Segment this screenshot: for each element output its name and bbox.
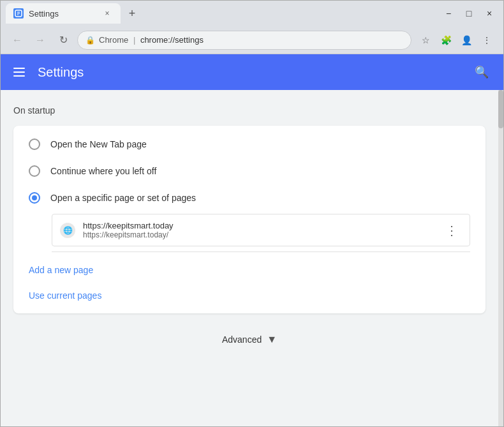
address-separator: | [133,35,135,45]
radio-label-specific: Open a specific page or set of pages [50,193,196,203]
new-tab-button[interactable]: + [123,4,141,22]
address-text: Chrome | chrome://settings [99,35,204,45]
radio-option-specific[interactable]: Open a specific page or set of pages [13,184,485,211]
address-url: chrome://settings [140,35,204,45]
back-button[interactable]: ← [8,31,26,49]
profile-button[interactable]: 👤 [457,31,475,49]
app-header: Settings 🔍 [1,54,503,90]
minimize-button[interactable]: − [440,4,457,22]
header-search-button[interactable]: 🔍 [470,61,493,84]
radio-label-continue: Continue where you left off [50,166,156,176]
settings-header-title: Settings [38,65,84,80]
advanced-section[interactable]: Advanced ▼ [13,334,485,345]
url-more-button[interactable]: ⋮ [443,221,462,239]
tab-close-button[interactable]: × [101,8,113,19]
radio-option-continue[interactable]: Continue where you left off [13,158,485,184]
content-area: PC On startup Open the New Tab page Cont… [1,90,503,426]
scrollbar-thumb[interactable] [498,90,503,128]
advanced-label: Advanced [222,334,262,345]
toolbar-icons: ☆ 🧩 👤 ⋮ [417,31,496,49]
main-content: PC On startup Open the New Tab page Cont… [1,90,503,426]
url-entry: 🌐 https://keepitsmart.today https://keep… [52,214,470,246]
tab-title: Settings [29,9,59,19]
add-new-page-button[interactable]: Add a new page [13,257,485,283]
url-main: https://keepitsmart.today [83,221,435,230]
hamburger-line-3 [13,75,25,77]
radio-option-newtab[interactable]: Open the New Tab page [13,131,485,158]
radio-circle-continue [29,165,40,177]
radio-circle-specific [29,192,40,204]
section-title: On startup [13,105,485,116]
lock-icon: 🔒 [85,36,95,45]
tab-favicon [13,8,24,19]
startup-card: Open the New Tab page Continue where you… [13,126,485,313]
menu-button[interactable]: ⋮ [478,31,496,49]
address-input[interactable]: 🔒 Chrome | chrome://settings [77,31,411,50]
radio-circle-newtab [29,139,40,150]
url-sub: https://keepitsmart.today/ [83,230,435,239]
use-current-pages-button[interactable]: Use current pages [13,283,485,308]
url-divider [52,251,470,252]
extensions-button[interactable]: 🧩 [437,31,455,49]
url-globe-icon: 🌐 [60,223,75,238]
hamburger-line-1 [13,68,25,69]
site-name: Chrome [99,35,128,45]
advanced-arrow-icon: ▼ [267,334,277,345]
hamburger-line-2 [13,71,25,73]
refresh-button[interactable]: ↻ [54,31,72,49]
radio-label-newtab: Open the New Tab page [50,139,147,149]
url-texts: https://keepitsmart.today https://keepit… [83,221,435,239]
hamburger-menu[interactable] [11,65,27,79]
title-bar: Settings × + − □ × [1,1,503,26]
maximize-button[interactable]: □ [460,4,478,22]
close-button[interactable]: × [480,4,498,22]
active-tab[interactable]: Settings × [6,3,121,24]
scrollbar[interactable] [498,90,503,426]
forward-button[interactable]: → [31,31,49,49]
bookmark-button[interactable]: ☆ [417,31,434,49]
window-controls: − □ × [440,4,498,22]
address-bar: ← → ↻ 🔒 Chrome | chrome://settings ☆ 🧩 👤… [1,26,503,54]
